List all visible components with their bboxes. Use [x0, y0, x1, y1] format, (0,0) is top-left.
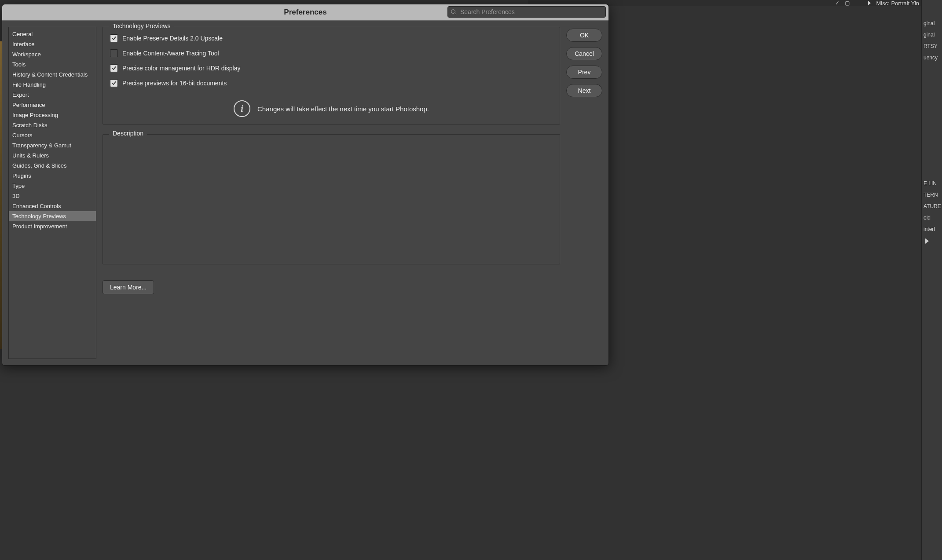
dialog-buttons: OK Cancel Prev Next	[566, 27, 602, 359]
checkbox[interactable]	[110, 49, 118, 57]
check-icon	[111, 81, 117, 86]
checkbox[interactable]	[110, 34, 118, 42]
option-label: Precise previews for 16-bit documents	[122, 80, 227, 87]
technology-previews-section: Technology Previews Enable Preserve Deta…	[103, 27, 560, 124]
option-content-aware-tracing[interactable]: Enable Content-Aware Tracing Tool	[109, 49, 553, 57]
preferences-sidebar: General Interface Workspace Tools Histor…	[8, 27, 96, 359]
sidebar-item-units-rulers[interactable]: Units & Rulers	[9, 150, 96, 161]
checkbox[interactable]	[110, 79, 118, 87]
panel-item: interl	[922, 223, 942, 235]
sidebar-item-workspace[interactable]: Workspace	[9, 49, 96, 59]
preferences-dialog: Preferences General Interface Workspace …	[2, 4, 609, 366]
sidebar-item-general[interactable]: General	[9, 29, 96, 39]
sidebar-item-plugins[interactable]: Plugins	[9, 171, 96, 181]
sidebar-item-enhanced-controls[interactable]: Enhanced Controls	[9, 201, 96, 211]
preferences-main: Technology Previews Enable Preserve Deta…	[103, 27, 560, 359]
panel-item: E LIN	[922, 178, 942, 189]
next-button[interactable]: Next	[566, 84, 602, 97]
check-icon	[111, 36, 117, 41]
option-16bit-previews[interactable]: Precise previews for 16-bit documents	[109, 79, 553, 87]
app-background: ✓ ▢ Misc: Portrait Yin ginal ginal RTSY …	[0, 0, 942, 560]
sidebar-item-scratch-disks[interactable]: Scratch Disks	[9, 120, 96, 130]
sidebar-item-interface[interactable]: Interface	[9, 39, 96, 49]
panel-item: TERN	[922, 189, 942, 201]
search-field-wrap[interactable]	[447, 6, 606, 18]
right-panel-fragment: ginal ginal RTSY uency E LIN TERN ATURE …	[921, 0, 942, 560]
sidebar-item-transparency-gamut[interactable]: Transparency & Gamut	[9, 140, 96, 150]
minimize-icon: ▢	[845, 0, 850, 6]
check-icon	[111, 66, 117, 71]
description-section: Description	[103, 134, 560, 264]
sidebar-item-performance[interactable]: Performance	[9, 100, 96, 110]
section-legend: Technology Previews	[109, 22, 174, 29]
option-label: Enable Content-Aware Tracing Tool	[122, 50, 219, 57]
info-icon: i	[234, 100, 250, 117]
dialog-titlebar: Preferences	[2, 4, 608, 21]
sidebar-item-file-handling[interactable]: File Handling	[9, 80, 96, 90]
sidebar-item-type[interactable]: Type	[9, 181, 96, 191]
panel-item: ginal	[922, 29, 942, 40]
panel-item: old	[922, 212, 942, 223]
option-label: Precise color management for HDR display	[122, 65, 240, 72]
sidebar-item-history-content-credentials[interactable]: History & Content Credentials	[9, 70, 96, 80]
dialog-title: Preferences	[284, 8, 326, 17]
checkmark-icon: ✓	[835, 0, 839, 6]
sidebar-item-technology-previews[interactable]: Technology Previews	[9, 211, 96, 221]
sidebar-item-export[interactable]: Export	[9, 90, 96, 100]
search-input[interactable]	[459, 8, 603, 16]
prev-button[interactable]: Prev	[566, 66, 602, 79]
panel-item: RTSY	[922, 40, 942, 52]
panel-item: uency	[922, 52, 942, 63]
sidebar-item-cursors[interactable]: Cursors	[9, 130, 96, 140]
breadcrumb: Misc: Portrait Yin	[876, 0, 919, 7]
sidebar-item-guides-grid-slices[interactable]: Guides, Grid & Slices	[9, 161, 96, 171]
svg-point-0	[451, 10, 455, 14]
sidebar-item-3d[interactable]: 3D	[9, 191, 96, 201]
cancel-button[interactable]: Cancel	[566, 47, 602, 60]
option-label: Enable Preserve Details 2.0 Upscale	[122, 35, 223, 42]
svg-line-1	[455, 13, 457, 15]
sidebar-item-tools[interactable]: Tools	[9, 59, 96, 70]
sidebar-item-image-processing[interactable]: Image Processing	[9, 110, 96, 120]
option-hdr-color-management[interactable]: Precise color management for HDR display	[109, 64, 553, 72]
dialog-body: General Interface Workspace Tools Histor…	[2, 21, 608, 365]
ok-button[interactable]: OK	[566, 29, 602, 42]
section-legend: Description	[109, 130, 147, 137]
disclosure-triangle-icon[interactable]	[925, 238, 929, 244]
option-preserve-details[interactable]: Enable Preserve Details 2.0 Upscale	[109, 34, 553, 42]
panel-item: ginal	[922, 18, 942, 29]
sidebar-item-product-improvement[interactable]: Product Improvement	[9, 221, 96, 231]
checkbox[interactable]	[110, 64, 118, 72]
info-text: Changes will take effect the next time y…	[257, 105, 429, 113]
search-icon	[451, 9, 457, 15]
panel-item: ATURE	[922, 201, 942, 212]
chevron-right-icon	[868, 1, 871, 5]
learn-more-button[interactable]: Learn More...	[103, 280, 154, 294]
restart-info: i Changes will take effect the next time…	[109, 100, 553, 117]
